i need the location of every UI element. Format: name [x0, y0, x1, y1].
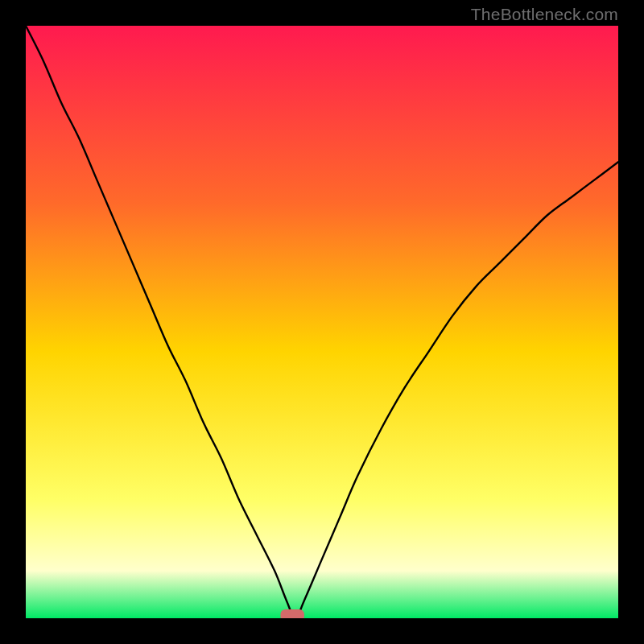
gradient-background — [26, 26, 618, 618]
bottleneck-chart — [26, 26, 618, 618]
chart-frame: TheBottleneck.com — [0, 0, 644, 644]
attribution-label: TheBottleneck.com — [471, 5, 618, 24]
plot-area — [26, 26, 618, 618]
minimum-marker — [280, 609, 303, 618]
